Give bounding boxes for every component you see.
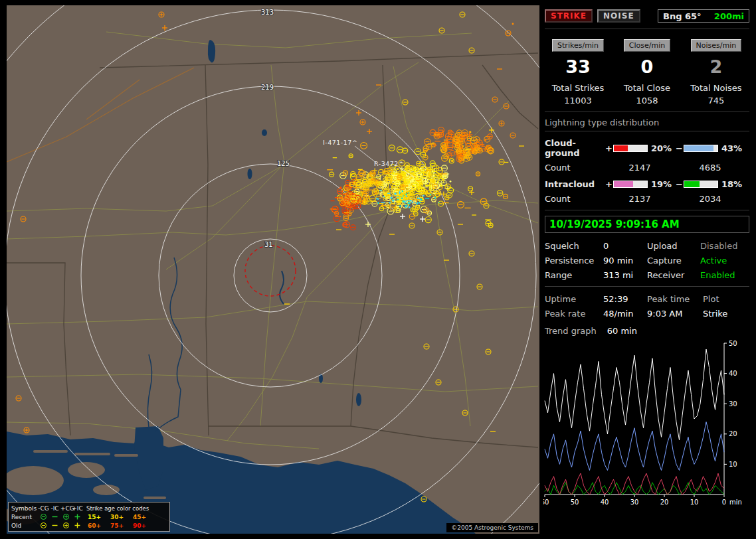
- count-label: Count: [545, 163, 605, 173]
- intracloud-label: Intracloud: [545, 179, 605, 189]
- plot-label: Plot: [703, 294, 749, 304]
- capture-label: Capture: [647, 256, 700, 266]
- svg-text:30: 30: [729, 400, 737, 408]
- ic-minus-percent: 18%: [718, 179, 745, 189]
- legend-col-neg-ic: -IC: [49, 505, 60, 512]
- lightning-map[interactable]: 31321912531I-471-17^R-3472^: [7, 5, 539, 534]
- noise-button[interactable]: NOISE: [597, 9, 640, 23]
- uptime-label: Uptime: [545, 294, 603, 304]
- svg-text:20: 20: [729, 430, 737, 437]
- legend-recent-label: Recent: [9, 514, 38, 520]
- svg-text:20: 20: [660, 499, 669, 506]
- ic-plus-count: 2137: [605, 194, 675, 204]
- legend-old-label: Old: [9, 522, 38, 529]
- minus-sign: −: [675, 179, 684, 189]
- svg-text:0: 0: [722, 499, 726, 506]
- ic-plus-bar: [613, 181, 648, 188]
- age-60: 60+: [83, 522, 106, 529]
- status-panel: STRIKE NOISE Bng 65° 200mi Strikes/min C…: [543, 0, 751, 539]
- peak-time-value: 9:03 AM: [647, 309, 703, 319]
- close-per-min-button[interactable]: Close/min: [624, 39, 670, 52]
- range-setting-value: 313 mi: [603, 270, 647, 280]
- svg-text:30: 30: [630, 499, 639, 506]
- upload-status: Disabled: [700, 241, 749, 251]
- bearing-value: Bng 65°: [663, 11, 702, 21]
- noises-per-min-value: 2: [682, 56, 751, 77]
- plot-value: Strike: [703, 309, 749, 319]
- plus-icon: [72, 512, 83, 521]
- app-window: 31321912531I-471-17^R-3472^ Symbols -CG …: [0, 0, 756, 539]
- svg-text:219: 219: [261, 84, 274, 91]
- receiver-status: Enabled: [700, 270, 749, 280]
- persistence-value: 90 min: [603, 256, 647, 266]
- persistence-label: Persistence: [545, 256, 603, 266]
- legend-col-neg-cg: -CG: [38, 505, 49, 512]
- minus-icon: [49, 521, 60, 530]
- bearing-range-display: Bng 65° 200mi: [658, 9, 749, 23]
- strikes-per-min-value: 33: [543, 56, 613, 77]
- distribution-title: Lightning type distribution: [545, 117, 749, 131]
- svg-text:min: min: [729, 499, 742, 506]
- cg-minus-bar: [684, 145, 718, 152]
- intracloud-row: Intracloud + 19% − 18%: [545, 179, 749, 189]
- circle-plus-icon: [60, 521, 72, 530]
- peak-rate-label: Peak rate: [545, 309, 603, 319]
- lake-4: [356, 393, 361, 406]
- trend-graph-label: Trend graph: [545, 326, 597, 336]
- total-strikes-label: Total Strikes: [543, 83, 613, 93]
- intracloud-count-row: Count 2137 2034: [545, 194, 749, 204]
- svg-text:50: 50: [729, 340, 737, 347]
- trend-graph: 10203040506050403020100min: [543, 338, 748, 506]
- legend-col-pos-ic: +IC: [72, 505, 83, 512]
- trend-header: Trend graph 60 min: [545, 326, 749, 336]
- map-legend: Symbols -CG -IC +CG +IC Strike age color…: [8, 502, 170, 532]
- trend-window-value: 60 min: [607, 326, 637, 336]
- strikes-per-min-button[interactable]: Strikes/min: [552, 39, 604, 52]
- minus-sign: −: [675, 143, 684, 153]
- total-noises-label: Total Noises: [682, 83, 751, 93]
- cloud-ground-row: Cloud-ground + 20% − 43%: [545, 138, 749, 158]
- cg-minus-percent: 43%: [718, 143, 745, 153]
- cg-plus-percent: 20%: [648, 143, 675, 153]
- age-90: 90+: [128, 522, 151, 529]
- noises-per-min-button[interactable]: Noises/min: [691, 39, 742, 52]
- count-label: Count: [545, 194, 605, 204]
- legend-col-pos-cg: +CG: [60, 505, 72, 512]
- strike-button[interactable]: STRIKE: [545, 9, 593, 23]
- total-close-label: Total Close: [613, 83, 682, 93]
- ic-minus-count: 2034: [675, 194, 745, 204]
- svg-text:I-471-17^: I-471-17^: [323, 139, 357, 146]
- upload-label: Upload: [647, 241, 700, 251]
- divider: [545, 210, 749, 210]
- ic-minus-bar: [684, 181, 718, 188]
- total-noises-value: 745: [682, 96, 751, 106]
- svg-text:R-3472^: R-3472^: [374, 160, 404, 167]
- legend-symbols-header: Symbols: [9, 505, 38, 512]
- age-15: 15+: [83, 514, 106, 520]
- peak-time-label: Peak time: [647, 294, 703, 304]
- divider: [545, 286, 749, 287]
- capture-status: Active: [700, 256, 749, 266]
- receiver-label: Receiver: [647, 270, 700, 280]
- legend-age-header: Strike age color codes: [83, 505, 169, 512]
- svg-text:60: 60: [543, 499, 549, 506]
- map-view[interactable]: 31321912531I-471-17^R-3472^ Symbols -CG …: [7, 5, 539, 534]
- minus-icon: [49, 512, 60, 521]
- datetime-display: 10/19/2025 9:09:16 AM: [545, 216, 749, 233]
- circle-plus-icon: [60, 512, 72, 521]
- circle-minus-icon: [38, 512, 49, 521]
- uptime-value: 52:39: [603, 294, 647, 304]
- squelch-label: Squelch: [545, 241, 603, 251]
- settings-grid: Squelch 0 Upload Disabled Persistence 90…: [545, 241, 749, 280]
- stats-grid: Uptime 52:39 Peak time Plot Peak rate 48…: [545, 294, 749, 319]
- plus-sign: +: [605, 179, 613, 189]
- svg-text:125: 125: [277, 160, 290, 167]
- plus-sign: +: [605, 143, 613, 153]
- divider: [545, 112, 749, 112]
- svg-text:10: 10: [690, 499, 699, 506]
- range-setting-label: Range: [545, 270, 603, 280]
- cg-minus-count: 4685: [675, 163, 745, 173]
- cloud-ground-count-row: Count 2147 4685: [545, 163, 749, 173]
- age-75: 75+: [106, 522, 128, 529]
- svg-text:10: 10: [729, 461, 737, 468]
